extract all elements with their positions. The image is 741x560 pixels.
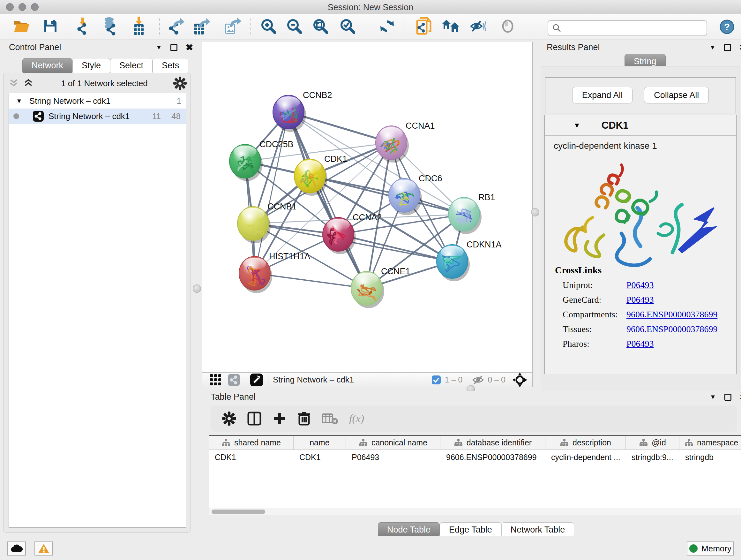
panel-close-icon[interactable]: ✖ [740, 394, 741, 401]
scrollbar-thumb[interactable] [212, 509, 265, 514]
tab-sets[interactable]: Sets [152, 58, 188, 73]
export-network-icon [168, 17, 185, 37]
panel-float-icon[interactable] [724, 394, 731, 401]
table-cell[interactable]: stringdb [679, 450, 741, 464]
disclosure-triangle-icon[interactable]: ▼ [16, 98, 22, 105]
fit-content-crosshair-icon[interactable] [513, 373, 527, 387]
panel-close-icon[interactable]: ✖ [739, 44, 741, 51]
tab-style[interactable]: Style [72, 58, 110, 73]
import-network-file-button[interactable] [73, 16, 92, 37]
panel-menu-icon[interactable]: ▼ [710, 44, 716, 51]
show-columns-icon[interactable] [247, 411, 262, 426]
apply-layout-button[interactable] [377, 16, 397, 37]
network-node-HIST1H1A[interactable]: HIST1H1A [239, 252, 310, 293]
open-in-new-window-icon[interactable] [250, 373, 264, 387]
network-node-CDK1[interactable]: CDK1 [294, 154, 347, 196]
cloud-button[interactable] [7, 542, 26, 556]
network-snapshot-button[interactable] [414, 16, 434, 37]
panel-close-icon[interactable]: ✖ [186, 44, 193, 51]
disclosure-triangle-icon[interactable]: ▼ [574, 121, 581, 130]
tab-select[interactable]: Select [110, 58, 152, 73]
column-label: name [310, 438, 330, 447]
network-view-canvas[interactable]: CCNB2CCNA1CDC25BCDK1CDC6RB1CCNB1CCNA2CDK… [202, 42, 533, 372]
table-options-gear-icon[interactable] [222, 412, 236, 426]
table-horizontal-scrollbar[interactable] [209, 508, 741, 515]
export-image-button[interactable] [223, 16, 243, 37]
column-header-database-identifier[interactable]: database identifier [441, 436, 545, 449]
table-cell[interactable]: CDK1 [293, 450, 346, 464]
network-node-CDKN1A[interactable]: CDKN1A [436, 240, 502, 281]
network-edge[interactable] [288, 112, 367, 288]
vertical-splitter-grip[interactable] [531, 208, 539, 216]
show-graphics-details-button[interactable] [498, 16, 518, 37]
table-cell[interactable]: P06493 [346, 450, 441, 464]
column-header-name[interactable]: name [293, 436, 346, 449]
save-session-button[interactable] [41, 16, 60, 37]
hide-panel-button[interactable] [468, 16, 488, 37]
tab-edge-table[interactable]: Edge Table [440, 522, 501, 537]
crosslink-link[interactable]: P06493 [626, 339, 654, 349]
panel-menu-icon[interactable]: ▼ [156, 44, 162, 51]
table-row[interactable]: CDK1CDK1P064939606.ENSP00000378699cyclin… [209, 450, 741, 464]
crosslink-link[interactable]: 9606.ENSP00000378699 [626, 309, 718, 320]
expand-all-button[interactable]: Expand All [572, 87, 633, 104]
import-network-database-button[interactable] [100, 16, 120, 37]
node-label: RB1 [478, 192, 495, 202]
table-cell[interactable]: 9606.ENSP00000378699 [441, 450, 545, 464]
hide-panel-icon [470, 19, 486, 35]
network-node-CDC6[interactable]: CDC6 [389, 174, 442, 215]
table-cell[interactable]: CDK1 [209, 450, 293, 464]
create-column-plus-icon[interactable] [273, 412, 286, 426]
collapse-all-button[interactable]: Collapse All [644, 87, 709, 104]
selected-checkbox-icon[interactable] [431, 375, 441, 385]
panel-float-icon[interactable] [724, 44, 731, 51]
network-edge[interactable] [255, 112, 288, 273]
help-button[interactable]: ? [717, 16, 737, 37]
crosslink-link[interactable]: P06493 [626, 280, 654, 290]
crosslink-link[interactable]: P06493 [626, 295, 654, 305]
table-cell[interactable]: cyclin-dependent ... [545, 450, 626, 464]
export-network-button[interactable] [166, 16, 186, 37]
search-box[interactable] [548, 20, 707, 36]
vertical-splitter-grip[interactable] [193, 285, 201, 293]
zoom-selected-button[interactable] [338, 16, 357, 37]
import-table-file-button[interactable] [130, 16, 149, 37]
column-header-namespace[interactable]: namespace [679, 436, 741, 449]
zoom-out-button[interactable] [284, 16, 304, 37]
tab-network-table[interactable]: Network Table [501, 522, 575, 537]
gene-section-header[interactable]: ▼ CDK1 [545, 115, 736, 136]
network-node-CCNE1[interactable]: CCNE1 [351, 266, 410, 308]
zoom-in-button[interactable] [259, 16, 278, 37]
warnings-button[interactable] [35, 542, 53, 556]
network-node-CCNB2[interactable]: CCNB2 [273, 90, 332, 132]
column-header-@id[interactable]: @id [626, 436, 679, 449]
panel-menu-icon[interactable]: ▼ [710, 393, 716, 401]
column-header-shared-name[interactable]: shared name [209, 436, 293, 449]
session-home-button[interactable] [441, 16, 461, 37]
column-header-description[interactable]: description [545, 436, 626, 449]
column-header-canonical-name[interactable]: canonical name [346, 436, 441, 449]
collapse-all-icon[interactable] [8, 78, 21, 89]
network-node-RB1[interactable]: RB1 [448, 192, 495, 234]
node-label: HIST1H1A [269, 252, 310, 261]
network-node-CCNA1[interactable]: CCNA1 [376, 121, 435, 163]
memory-button[interactable]: Memory [687, 542, 734, 556]
tab-node-table[interactable]: Node Table [378, 522, 440, 537]
export-table-button[interactable] [192, 16, 212, 37]
panel-float-icon[interactable] [171, 44, 178, 51]
open-session-button[interactable] [12, 16, 31, 37]
table-cell[interactable]: stringdb:9... [626, 450, 679, 464]
network-node-CCNB1[interactable]: CCNB1 [238, 202, 297, 243]
zoom-fit-button[interactable] [311, 16, 330, 37]
birds-eye-view-icon[interactable] [209, 373, 222, 387]
crosslink-link[interactable]: 9606.ENSP00000378699 [626, 324, 718, 334]
network-label: String Network – cdk1 [49, 111, 130, 121]
network-collection-row[interactable]: ▼ String Network – cdk1 1 [9, 93, 186, 109]
network-row-selected[interactable]: String Network – cdk1 11 48 [9, 109, 186, 124]
tab-network[interactable]: Network [22, 58, 72, 73]
network-options-gear-icon[interactable] [173, 77, 187, 90]
network-view-toolbar: String Network – cdk1 1 – 0 0 – 0 [202, 372, 533, 387]
expand-all-icon[interactable] [23, 78, 36, 89]
delete-column-trash-icon[interactable] [297, 411, 311, 426]
search-input[interactable] [562, 23, 699, 33]
